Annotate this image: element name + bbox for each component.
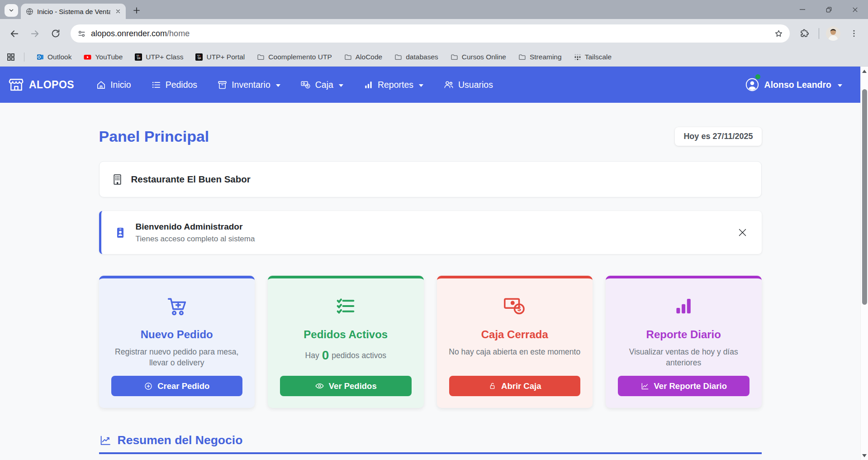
- bar-chart-purple-icon: [606, 293, 762, 319]
- folder-icon: [257, 53, 265, 61]
- cart-plus-icon: [99, 293, 255, 319]
- nav-item-pedidos[interactable]: Pedidos: [151, 80, 197, 90]
- online-status-dot: [755, 74, 760, 79]
- bar-chart-icon: [363, 80, 374, 90]
- reload-button[interactable]: [46, 24, 65, 43]
- card-title: Nuevo Pedido: [99, 328, 255, 341]
- brand-logo[interactable]: ALOPOS: [8, 77, 74, 93]
- scrollbar-thumb[interactable]: [862, 89, 867, 305]
- app-navbar: ALOPOS Inicio Pedidos Inventario $ Caja: [0, 67, 860, 103]
- nav-item-reportes[interactable]: Reportes: [363, 80, 423, 90]
- profile-avatar[interactable]: [824, 24, 843, 43]
- list-icon: [151, 80, 161, 90]
- ver-reporte-diario-button[interactable]: Ver Reporte Diario: [618, 376, 749, 396]
- folder-icon: [394, 53, 402, 61]
- bookmark-outlook[interactable]: Outlook: [37, 53, 71, 61]
- outlook-icon: [37, 53, 44, 61]
- welcome-subtitle: Tienes acceso completo al sistema: [136, 235, 255, 244]
- close-window-button[interactable]: [842, 0, 868, 19]
- card-description: Visualizar ventas de hoy y días anterior…: [606, 347, 762, 368]
- welcome-title: Bienvenido Administrador: [136, 222, 255, 232]
- forward-button[interactable]: [25, 24, 44, 43]
- svg-text:$: $: [307, 85, 308, 87]
- person-circle-icon: [745, 77, 759, 92]
- scroll-up-arrow[interactable]: [861, 67, 868, 75]
- utp-icon: U+TP: [195, 53, 203, 61]
- house-icon: [96, 80, 106, 90]
- new-tab-button[interactable]: [130, 4, 143, 17]
- nav-item-inicio[interactable]: Inicio: [96, 80, 131, 90]
- card-reporte-diario: Reporte Diario Visualizar ventas de hoy …: [606, 276, 762, 408]
- card-title: Pedidos Activos: [268, 328, 424, 341]
- graph-up-icon: [640, 382, 650, 391]
- cash-coin-icon: $: [300, 79, 311, 90]
- bookmark-folder-cursos-online[interactable]: Cursos Online: [451, 53, 506, 61]
- alert-close-icon[interactable]: [737, 227, 748, 238]
- browser-titlebar: Inicio - Sistema de Ventas: [0, 0, 868, 19]
- bookmark-folder-databases[interactable]: databases: [394, 53, 438, 61]
- card-title: Caja Cerrada: [437, 328, 593, 341]
- trend-chart-icon: [99, 434, 112, 447]
- bookmark-utp-portal[interactable]: U+TP UTP+ Portal: [195, 53, 245, 61]
- browser-menu-icon[interactable]: [844, 24, 863, 43]
- card-description: Hay0pedidos activos: [268, 347, 424, 364]
- bookmark-star-icon[interactable]: [771, 26, 786, 41]
- inventory-box-icon: [217, 80, 228, 90]
- person-badge-icon: [114, 226, 127, 239]
- bookmark-folder-alocode[interactable]: AloCode: [344, 53, 382, 61]
- nav-item-caja[interactable]: $ Caja: [300, 79, 343, 90]
- chevron-down-icon: [339, 84, 343, 87]
- list-check-icon: [268, 293, 424, 319]
- page-scrollbar[interactable]: [860, 67, 868, 460]
- crear-pedido-button[interactable]: Crear Pedido: [111, 376, 243, 396]
- back-button[interactable]: [5, 24, 24, 43]
- chevron-down-icon: [276, 84, 280, 87]
- scroll-down-arrow[interactable]: [861, 452, 868, 459]
- card-description: Registrar nuevo pedido para mesa, llevar…: [99, 347, 255, 368]
- browser-toolbar: alopos.onrender.com/home: [0, 19, 868, 48]
- folder-icon: [518, 53, 526, 61]
- bookmark-tailscale[interactable]: Tailscale: [574, 53, 612, 61]
- globe-icon: [26, 8, 33, 15]
- business-name: Restaurante El Buen Sabor: [131, 174, 251, 185]
- site-info-icon[interactable]: [77, 29, 86, 38]
- ver-pedidos-button[interactable]: Ver Pedidos: [280, 376, 412, 396]
- restore-button[interactable]: [816, 0, 842, 19]
- action-cards: Nuevo Pedido Registrar nuevo pedido para…: [99, 276, 762, 408]
- brand-name: ALOPOS: [29, 79, 74, 91]
- nav-item-inventario[interactable]: Inventario: [217, 80, 280, 90]
- user-menu[interactable]: Alonso Leandro: [745, 77, 842, 92]
- nav-item-usuarios[interactable]: Usuarios: [443, 79, 493, 90]
- youtube-icon: [84, 53, 91, 61]
- utp-icon: U+TP: [135, 53, 142, 61]
- bookmark-utp-class[interactable]: U+TP UTP+ Class: [135, 53, 183, 61]
- welcome-text: Bienvenido Administrador Tienes acceso c…: [136, 222, 255, 244]
- eye-icon: [315, 381, 324, 391]
- bookmark-folder-coomplemento[interactable]: Coomplemento UTP: [257, 53, 332, 61]
- browser-tab[interactable]: Inicio - Sistema de Ventas: [21, 4, 126, 19]
- card-pedidos-activos: Pedidos Activos Hay0pedidos activos Ver …: [268, 276, 424, 408]
- svg-text:$: $: [517, 305, 521, 312]
- cash-coin-red-icon: $: [437, 293, 593, 319]
- page-content: Panel Principal Hoy es 27/11/2025 Restau…: [0, 103, 860, 460]
- extensions-icon[interactable]: [795, 24, 814, 43]
- bookmark-youtube[interactable]: YouTube: [84, 53, 123, 61]
- minimize-button[interactable]: [789, 0, 816, 19]
- card-nuevo-pedido: Nuevo Pedido Registrar nuevo pedido para…: [99, 276, 255, 408]
- address-bar[interactable]: alopos.onrender.com/home: [71, 24, 790, 43]
- bookmark-folder-streaming[interactable]: Streaming: [518, 53, 562, 61]
- plus-circle-icon: [144, 382, 153, 391]
- folder-icon: [451, 53, 458, 61]
- apps-grid-icon[interactable]: [6, 53, 15, 62]
- chevron-down-icon: [838, 84, 842, 87]
- tailscale-icon: [574, 53, 581, 61]
- unlock-icon: [488, 382, 497, 390]
- folder-icon: [344, 53, 352, 61]
- abrir-caja-button[interactable]: Abrir Caja: [449, 376, 581, 396]
- storefront-icon: [8, 77, 24, 93]
- user-name: Alonso Leandro: [764, 80, 831, 90]
- card-caja-cerrada: $ Caja Cerrada No hay caja abierta en es…: [437, 276, 593, 408]
- tab-close-icon[interactable]: [114, 7, 122, 15]
- card-title: Reporte Diario: [606, 328, 762, 341]
- tab-strip-chevron-icon[interactable]: [5, 4, 18, 17]
